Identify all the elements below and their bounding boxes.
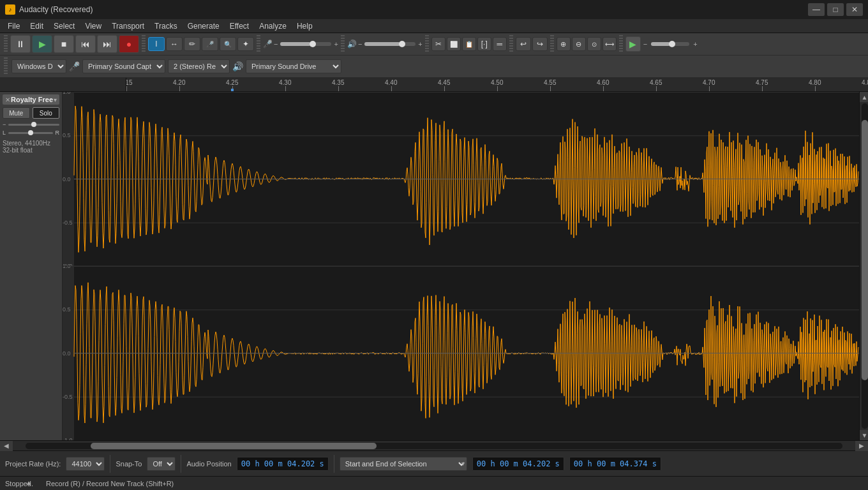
menu-item-select[interactable]: Select — [49, 20, 80, 32]
h-scroll-right[interactable]: ▶ — [855, 441, 868, 451]
bottom-sep-1 — [110, 455, 110, 473]
zoom-out-button[interactable]: ⊖ — [572, 37, 586, 51]
track-dropdown-icon[interactable]: ▾ — [54, 96, 57, 103]
mic-device-icon: 🎤 — [69, 61, 80, 71]
h-scroll-track[interactable] — [26, 443, 842, 449]
v-scrollbar: ▲ ▼ — [859, 92, 868, 440]
menu-item-file[interactable]: File — [3, 20, 25, 32]
app-icon: ♪ — [5, 4, 15, 15]
device-toolbar: Windows D 🎤 Primary Sound Capt 2 (Stereo… — [0, 56, 868, 78]
status-hint: Record (R) / Record New Track (Shift+R) — [46, 480, 174, 487]
v-scroll-track[interactable] — [862, 103, 868, 429]
snap-to-select[interactable]: Off — [147, 457, 176, 471]
toolbar-grip-1 — [4, 35, 8, 53]
waveform-display[interactable] — [63, 92, 859, 440]
zoom-sel-button[interactable]: ⊙ — [587, 37, 601, 51]
track-info: Stereo, 44100Hz32-bit float — [3, 140, 59, 154]
spk-volume-slider[interactable] — [364, 42, 415, 46]
speed-minus[interactable]: − — [643, 40, 647, 48]
h-scroll-thumb[interactable] — [91, 443, 377, 449]
h-scroll-left[interactable]: ◀ — [0, 441, 13, 451]
mic-vol-minus[interactable]: − — [274, 40, 278, 48]
v-scroll-thumb[interactable] — [862, 120, 868, 380]
project-rate-label: Project Rate (Hz): — [5, 460, 61, 468]
content-area: ✕ Royalty Free ▾ Mute Solo − — [0, 78, 868, 476]
timeline-ruler[interactable] — [0, 78, 868, 92]
play-button[interactable]: ▶ — [32, 35, 52, 53]
paste-button[interactable]: 📋 — [462, 37, 476, 51]
mute-button[interactable]: Mute — [3, 107, 30, 119]
menu-item-generate[interactable]: Generate — [183, 20, 225, 32]
envelope-tool-button[interactable]: ↔ — [166, 37, 183, 51]
zoom-tool-button[interactable]: 🔍 — [220, 37, 236, 51]
trim-button[interactable]: [·] — [477, 37, 491, 51]
menu-item-edit[interactable]: Edit — [25, 20, 49, 32]
speed-slider[interactable] — [651, 42, 689, 46]
redo-button[interactable]: ↪ — [532, 37, 548, 51]
spk-vol-minus[interactable]: − — [358, 40, 362, 48]
volume-slider[interactable] — [8, 124, 59, 126]
selection-mode-select[interactable]: Start and End of Selection — [340, 457, 467, 471]
ruler-marks — [126, 78, 868, 91]
track-close-btn[interactable]: ✕ — [5, 96, 10, 103]
minimize-button[interactable]: — — [808, 3, 825, 16]
stop-button[interactable]: ■ — [54, 35, 74, 53]
spk-vol-icon: 🔊 — [347, 40, 357, 48]
track-controls: Mute Solo — [3, 107, 59, 119]
input-device-select[interactable]: Primary Sound Capt — [82, 59, 165, 73]
mic-volume-slider[interactable] — [280, 42, 331, 46]
menu-item-effect[interactable]: Effect — [225, 20, 254, 32]
close-button[interactable]: ✕ — [846, 3, 863, 16]
waveform-canvas — [63, 92, 859, 440]
copy-button[interactable]: ⬜ — [447, 37, 461, 51]
spk-device-icon: 🔊 — [232, 61, 243, 71]
status-bar: Stopped. Record (R) / Record New Track (… — [0, 476, 868, 490]
audio-pos-label: Audio Position — [186, 460, 231, 468]
v-scroll-down[interactable]: ▼ — [860, 430, 869, 440]
snap-to-label: Snap-To — [116, 460, 142, 468]
title-bar: ♪ Audacity (Recovered) — □ ✕ — [0, 0, 868, 19]
host-select[interactable]: Windows D — [11, 59, 66, 73]
skip-back-button[interactable]: ⏮ — [75, 35, 96, 53]
cut-button[interactable]: ✂ — [431, 37, 445, 51]
silence-button[interactable]: ═ — [493, 37, 507, 51]
select-tool-button[interactable]: I — [148, 37, 165, 51]
v-scroll-up[interactable]: ▲ — [860, 92, 869, 102]
solo-button[interactable]: Solo — [33, 107, 60, 119]
spk-vol-plus[interactable]: + — [418, 40, 422, 48]
audio-position-display: 00 h 00 m 04.202 s — [237, 457, 329, 471]
vol-minus-icon: − — [3, 121, 6, 128]
menu-item-view[interactable]: View — [80, 20, 107, 32]
toolbar-grip-7 — [550, 35, 554, 53]
zoom-in-button[interactable]: ⊕ — [557, 37, 571, 51]
selection-section: Start and End of Selection — [340, 457, 467, 471]
record-button[interactable]: ● — [119, 35, 139, 53]
skip-fwd-button[interactable]: ⏭ — [97, 35, 117, 53]
channel-select[interactable]: 2 (Stereo) Re — [168, 59, 230, 73]
pan-slider[interactable] — [8, 132, 52, 134]
undo-button[interactable]: ↩ — [516, 37, 531, 51]
menu-item-transport[interactable]: Transport — [107, 20, 149, 32]
menu-item-tracks[interactable]: Tracks — [149, 20, 183, 32]
zoom-fit-button[interactable]: ⟷ — [602, 37, 617, 51]
pause-button[interactable]: ⏸ — [10, 35, 31, 53]
maximize-button[interactable]: □ — [827, 3, 844, 16]
menu-item-analyze[interactable]: Analyze — [254, 20, 292, 32]
selection-mode-wrapper: Start and End of Selection — [340, 457, 467, 471]
speed-plus[interactable]: + — [693, 40, 697, 48]
multi-tool-button[interactable]: ✦ — [237, 37, 254, 51]
playback-play-button[interactable]: ▶ — [625, 36, 641, 52]
output-device-select[interactable]: Primary Sound Drive — [246, 59, 341, 73]
mic-vol-plus[interactable]: + — [334, 40, 338, 48]
toolbar-grip-5 — [425, 35, 429, 53]
tracks-inner: ✕ Royalty Free ▾ Mute Solo − — [0, 92, 859, 440]
pencil-tool-button[interactable]: ✏ — [184, 37, 200, 51]
toolbar-grip-4 — [341, 35, 345, 53]
mic-tool-button[interactable]: 🎤 — [202, 37, 218, 51]
project-rate-select[interactable]: 44100 — [66, 457, 105, 471]
volume-row: − — [3, 121, 59, 128]
track-name-bar: ✕ Royalty Free ▾ — [3, 94, 59, 105]
sel-end-display: 00 h 00 m 04.374 s — [569, 457, 661, 471]
menu-item-help[interactable]: Help — [292, 20, 318, 32]
toolbar-grip-6 — [509, 35, 513, 53]
